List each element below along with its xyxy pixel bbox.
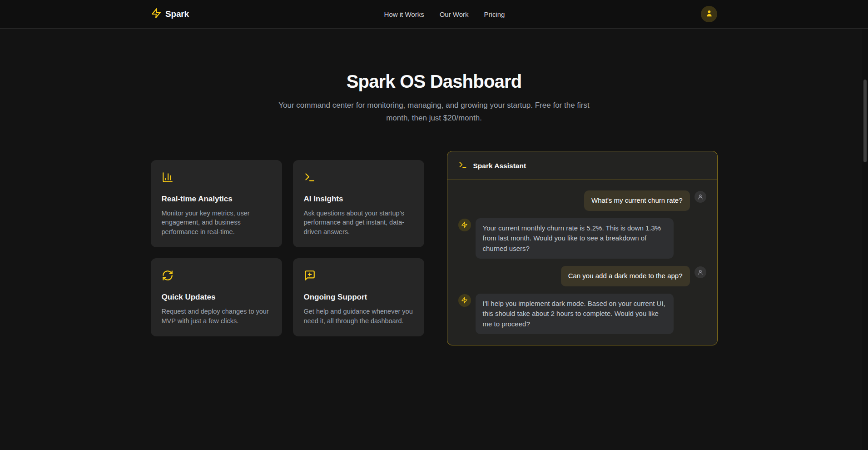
brand-logo[interactable]: Spark: [151, 8, 189, 20]
message-square-plus-icon: [304, 270, 413, 281]
feature-description: Monitor your key metrics, user engagemen…: [162, 209, 271, 237]
nav-link-our-work[interactable]: Our Work: [440, 10, 469, 18]
chat-message-assistant: I'll help you implement dark mode. Based…: [458, 294, 706, 335]
top-nav: Spark How it Works Our Work Pricing: [0, 0, 868, 29]
feature-title: Real-time Analytics: [162, 195, 271, 204]
spark-assistant-panel: Spark Assistant What's my current churn …: [447, 151, 718, 345]
nav-link-pricing[interactable]: Pricing: [484, 10, 505, 18]
terminal-icon: [304, 171, 413, 183]
hero-section: Spark OS Dashboard Your command center f…: [0, 29, 868, 125]
bar-chart-icon: [162, 171, 271, 183]
assistant-message-bubble: I'll help you implement dark mode. Based…: [476, 294, 674, 335]
main-content: Real-time Analytics Monitor your key met…: [151, 151, 718, 345]
feature-grid: Real-time Analytics Monitor your key met…: [151, 160, 424, 337]
feature-card-quick-updates: Quick Updates Request and deploy changes…: [151, 258, 282, 336]
zap-icon: [151, 8, 162, 20]
feature-card-ongoing-support: Ongoing Support Get help and guidance wh…: [293, 258, 424, 336]
nav-link-how-it-works[interactable]: How it Works: [384, 10, 424, 18]
feature-title: AI Insights: [304, 195, 413, 204]
feature-description: Request and deploy changes to your MVP w…: [162, 307, 271, 325]
user-avatar: [694, 266, 706, 278]
chat-message-list: What's my current churn rate? Your curre…: [447, 180, 717, 345]
feature-description: Get help and guidance whenever you need …: [304, 307, 413, 325]
feature-card-realtime-analytics: Real-time Analytics Monitor your key met…: [151, 160, 282, 248]
page-subtitle: Your command center for monitoring, mana…: [275, 99, 593, 125]
user-avatar: [694, 191, 706, 203]
feature-card-ai-insights: AI Insights Ask questions about your sta…: [293, 160, 424, 248]
nav-links: How it Works Our Work Pricing: [384, 10, 505, 18]
chat-message-user: Can you add a dark mode to the app?: [458, 266, 706, 286]
page-title: Spark OS Dashboard: [0, 71, 868, 92]
assistant-message-bubble: Your current monthly churn rate is 5.2%.…: [476, 218, 674, 259]
user-message-bubble: Can you add a dark mode to the app?: [561, 266, 690, 286]
brand-name: Spark: [165, 9, 189, 19]
refresh-icon: [162, 270, 271, 281]
assistant-zap-icon: [458, 294, 471, 307]
user-message-bubble: What's my current churn rate?: [584, 190, 689, 211]
terminal-icon: [458, 160, 467, 171]
chat-title: Spark Assistant: [473, 162, 526, 170]
page-scrollbar-thumb[interactable]: [863, 80, 867, 162]
user-icon: [705, 9, 714, 19]
feature-title: Ongoing Support: [304, 293, 413, 302]
assistant-zap-icon: [458, 219, 471, 231]
chat-message-assistant: Your current monthly churn rate is 5.2%.…: [458, 218, 706, 259]
account-avatar-button[interactable]: [701, 6, 717, 22]
chat-message-user: What's my current churn rate?: [458, 190, 706, 211]
chat-header: Spark Assistant: [447, 151, 717, 180]
feature-description: Ask questions about your startup's perfo…: [304, 209, 413, 237]
feature-title: Quick Updates: [162, 293, 271, 302]
